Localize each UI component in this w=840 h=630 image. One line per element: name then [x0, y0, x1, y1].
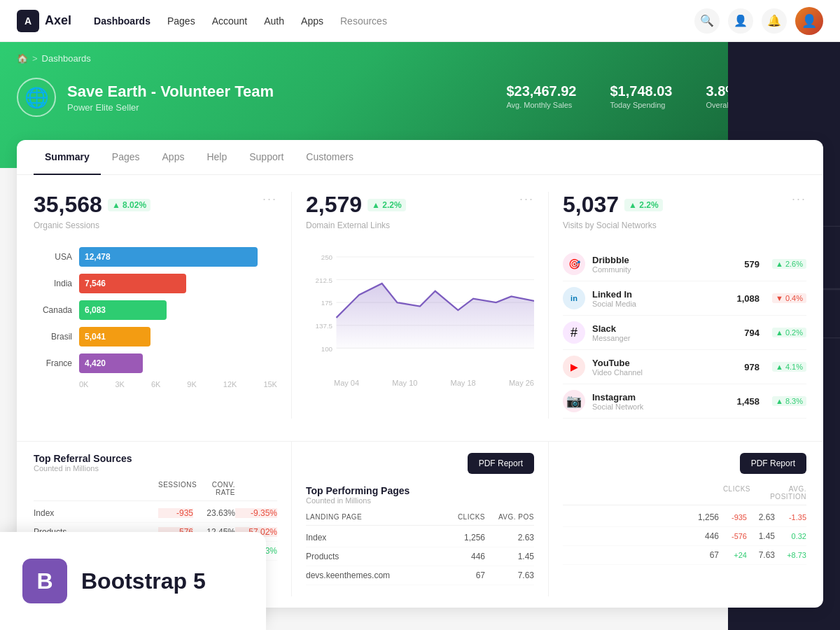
domain-links-value: 2,579 ▲ 2.2%: [306, 192, 406, 218]
hero-stat-today-spending: $1,748.03 Today Spending: [610, 83, 673, 112]
tab-pages[interactable]: Pages: [101, 140, 151, 175]
top-pages-row-1: Index 1,256 2.63: [306, 528, 534, 547]
social-item-youtube: ▶ YouTube Video Channel 978 ▲ 4.1%: [563, 350, 806, 384]
bar-canada: Canada 6,083: [34, 300, 277, 320]
bar-india: India 7,546: [34, 274, 277, 293]
profile-icon[interactable]: 👤: [728, 8, 753, 34]
nav-apps[interactable]: Apps: [301, 15, 323, 27]
referral-row-1: Index -935 23.63% -9.35%: [34, 504, 277, 523]
navbar: A Axel Dashboards Pages Account Auth App…: [0, 0, 840, 42]
tab-summary[interactable]: Summary: [34, 140, 101, 175]
line-chart: 250 212.5 175 137.5 100: [306, 247, 534, 387]
metric-header-domain: 2,579 ▲ 2.2% Domain External Links ···: [306, 192, 534, 241]
top-pages-subtitle: Counted in Millions: [306, 496, 534, 505]
top-pages-row-2: Products 446 1.45: [306, 547, 534, 566]
pdf-middle-card: PDF Report Top Performing Pages Counted …: [291, 442, 549, 596]
svg-text:250: 250: [321, 253, 333, 261]
bar-axis: 0K 3K 6K 9K 12K 15K: [34, 380, 277, 388]
breadcrumb-current: Dashboards: [42, 53, 91, 64]
referral-title: Top Referral Sources: [34, 453, 277, 464]
bottom-right-card: PDF Report CLICKS AVG. POSITION 1,256 -9…: [549, 442, 806, 596]
hero-content: 🌐 Save Earth - Volunteer Team Power Elit…: [17, 78, 823, 117]
nav-pages[interactable]: Pages: [167, 15, 195, 27]
nav-auth[interactable]: Auth: [264, 15, 284, 27]
social-list: 🎯 Dribbble Community 579 ▲ 2.6% in Linke…: [563, 247, 806, 419]
hero-subtitle: Power Elite Seller: [67, 102, 274, 113]
referral-table-header: SESSIONS CONV. RATE: [34, 481, 277, 501]
svg-text:175: 175: [321, 299, 333, 307]
bar-brasil: Brasil 5,041: [34, 327, 277, 346]
domain-badge: ▲ 2.2%: [368, 199, 406, 211]
nav-links: Dashboards Pages Account Auth Apps Resou…: [94, 15, 694, 27]
brand-name: Axel: [45, 13, 71, 28]
hero-info: Save Earth - Volunteer Team Power Elite …: [67, 83, 274, 113]
svg-text:212.5: 212.5: [316, 276, 333, 284]
linkedin-icon: in: [563, 287, 585, 309]
metric-header-sessions: 35,568 ▲ 8.02% Organic Sessions ···: [34, 192, 277, 241]
nav-resources[interactable]: Resources: [340, 15, 387, 27]
bar-usa: USA 12,478: [34, 247, 277, 267]
bottom-right-header: CLICKS AVG. POSITION: [563, 485, 806, 505]
organic-sessions-section: 35,568 ▲ 8.02% Organic Sessions ··· USA …: [34, 192, 291, 419]
nav-right: 🔍 👤 🔔 👤: [694, 7, 823, 35]
home-icon: 🏠: [17, 53, 28, 64]
line-chart-svg: 250 212.5 175 137.5 100: [306, 247, 534, 373]
social-item-dribbble: 🎯 Dribbble Community 579 ▲ 2.6%: [563, 247, 806, 281]
domain-label: Domain External Links: [306, 220, 406, 230]
bottom-right-row-1: 1,256 -935 2.63 -1.35: [563, 508, 806, 527]
social-networks-section: 5,037 ▲ 2.2% Visits by Social Networks ·…: [549, 192, 806, 419]
bootstrap-text: Bootstrap 5: [81, 568, 206, 594]
sessions-more-btn[interactable]: ···: [262, 192, 277, 206]
bottom-right-row-3: 67 +24 7.63 +8.73: [563, 546, 806, 565]
pdf-report-btn-2[interactable]: PDF Report: [740, 453, 806, 474]
top-pages-header: LANDING PAGE CLICKS AVG. POS: [306, 513, 534, 526]
instagram-icon: 📷: [563, 390, 585, 412]
social-label: Visits by Social Networks: [563, 220, 663, 230]
slack-icon: #: [563, 321, 585, 344]
tabs: Summary Pages Apps Help Support Customer…: [17, 140, 823, 175]
domain-more-btn[interactable]: ···: [519, 192, 534, 206]
tab-customers[interactable]: Customers: [295, 140, 365, 175]
nav-account[interactable]: Account: [212, 15, 248, 27]
top-pages-row-3: devs.keenthemes.com 67 7.63: [306, 566, 534, 585]
youtube-icon: ▶: [563, 356, 585, 378]
search-icon[interactable]: 🔍: [694, 8, 720, 34]
bootstrap-logo: B: [22, 559, 67, 603]
tab-apps[interactable]: Apps: [151, 140, 196, 175]
sessions-label: Organic Sessions: [34, 220, 150, 230]
tab-support[interactable]: Support: [238, 140, 295, 175]
referral-subtitle: Counted in Millions: [34, 464, 277, 472]
social-value: 5,037 ▲ 2.2%: [563, 192, 663, 218]
bar-france: France 4,420: [34, 354, 277, 373]
social-item-linkedin: in Linked In Social Media 1,088 ▼ 0.4%: [563, 281, 806, 316]
social-more-btn[interactable]: ···: [792, 192, 806, 206]
bar-chart: USA 12,478 India 7,546 Canada 6,083: [34, 247, 277, 388]
nav-dashboards[interactable]: Dashboards: [94, 15, 150, 27]
notifications-icon[interactable]: 🔔: [762, 8, 787, 34]
bottom-right-row-2: 446 -576 1.45 0.32: [563, 527, 806, 546]
chart-x-labels: May 04 May 10 May 18 May 26: [306, 379, 534, 387]
sessions-badge: ▲ 8.02%: [108, 199, 150, 211]
dribbble-icon: 🎯: [563, 253, 585, 275]
brand[interactable]: A Axel: [17, 10, 71, 32]
hero-title: Save Earth - Volunteer Team: [67, 83, 274, 101]
social-item-instagram: 📷 Instagram Social Network 1,458 ▲ 8.3%: [563, 384, 806, 419]
svg-text:137.5: 137.5: [316, 322, 333, 330]
metrics-grid: 35,568 ▲ 8.02% Organic Sessions ··· USA …: [17, 175, 823, 435]
social-badge: ▲ 2.2%: [624, 199, 663, 211]
user-avatar[interactable]: 👤: [795, 7, 823, 35]
breadcrumb: 🏠 > Dashboards: [17, 53, 823, 64]
metric-header-social: 5,037 ▲ 2.2% Visits by Social Networks ·…: [563, 192, 806, 241]
svg-text:100: 100: [321, 345, 333, 353]
pdf-report-btn[interactable]: PDF Report: [468, 453, 534, 474]
bootstrap-watermark: B Bootstrap 5: [0, 532, 266, 630]
social-item-slack: # Slack Messanger 794 ▲ 0.2%: [563, 316, 806, 350]
organic-sessions-value: 35,568 ▲ 8.02%: [34, 192, 150, 218]
tab-help[interactable]: Help: [195, 140, 238, 175]
domain-links-section: 2,579 ▲ 2.2% Domain External Links ··· 2: [291, 192, 549, 419]
hero-stat-monthly-sales: $23,467.92 Avg. Monthly Sales: [506, 83, 576, 112]
brand-logo: A: [17, 10, 39, 32]
top-pages-title: Top Performing Pages: [306, 485, 534, 496]
hero-globe-icon: 🌐: [17, 78, 56, 117]
hero-left: 🌐 Save Earth - Volunteer Team Power Elit…: [17, 78, 274, 117]
